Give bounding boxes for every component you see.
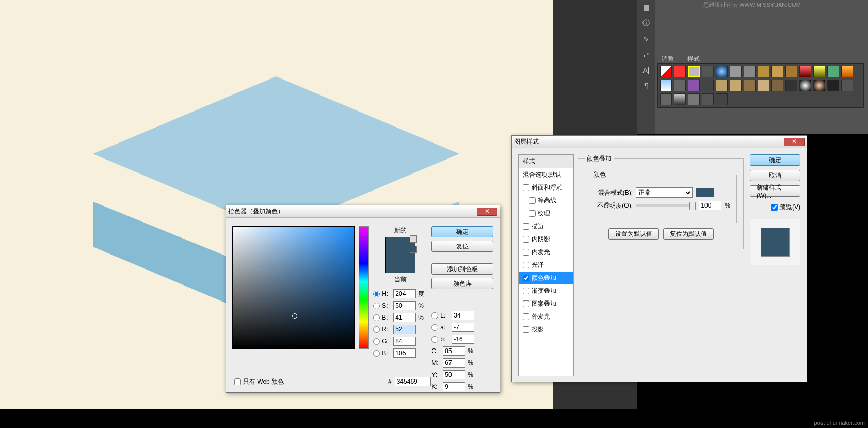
preview-column: 新的 当前 H:度 S:% B:% R: G: B: (373, 226, 427, 391)
panels-dock: ▤ ⓘ ✎ ⇄ A| ¶ 调整 样式 (637, 0, 868, 134)
panel-icon-strip: ▤ ⓘ ✎ ⇄ A| ¶ (637, 0, 655, 134)
info-icon[interactable]: ⓘ (642, 19, 650, 28)
inner-glow-row[interactable]: 内发光 (519, 246, 573, 259)
brush-icon[interactable]: ✎ (643, 35, 649, 43)
watermark: post of uimaker.com (814, 420, 865, 426)
contour-row[interactable]: 等高线 (519, 194, 573, 207)
color-overlay-row[interactable]: 颜色叠加 (519, 272, 573, 284)
hex-row: # (388, 377, 431, 386)
set-default-button[interactable]: 设置为默认值 (608, 228, 659, 240)
close-icon[interactable]: ✕ (784, 138, 805, 146)
lb-radio[interactable] (431, 336, 438, 343)
overlay-color-swatch[interactable] (696, 188, 714, 197)
a-radio[interactable] (431, 324, 438, 331)
l-radio[interactable] (431, 312, 438, 319)
web-only-checkbox[interactable] (234, 378, 241, 385)
blend-mode-label: 混合模式(B): (591, 188, 633, 197)
color-lib-button[interactable]: 颜色库 (431, 278, 493, 289)
histogram-icon[interactable]: ▤ (643, 3, 650, 11)
color-overlay-group: 颜色叠加 颜色 混合模式(B): 正常 不透明度(O): % (578, 154, 744, 249)
gradient-overlay-row[interactable]: 渐变叠加 (519, 284, 573, 297)
add-swatch-button[interactable]: 添加到色板 (431, 263, 493, 275)
blend-options-row[interactable]: 混合选项:默认 (519, 168, 573, 181)
cancel-button[interactable]: 取消 (750, 170, 800, 181)
l-input[interactable] (452, 311, 474, 320)
list-header: 样式 (519, 155, 573, 168)
h-input[interactable] (393, 289, 416, 298)
titlebar[interactable]: 拾色器（叠加颜色） ✕ (226, 205, 500, 218)
blend-mode-select[interactable]: 正常 (636, 187, 693, 198)
s-radio[interactable] (373, 303, 380, 309)
m-input[interactable] (443, 358, 465, 368)
bv-input[interactable] (393, 313, 416, 322)
reset-default-button[interactable]: 复位为默认值 (663, 228, 714, 240)
cube-icon[interactable] (410, 235, 417, 243)
y-input[interactable] (443, 370, 465, 379)
ok-button[interactable]: 确定 (431, 226, 493, 237)
h-radio[interactable] (373, 291, 380, 297)
swap-icon[interactable]: ⇄ (643, 51, 649, 59)
color-field[interactable] (232, 226, 355, 349)
hsb-rgb-fields: H:度 S:% B:% R: G: B: (373, 289, 427, 358)
new-style-button[interactable]: 新建样式(W)... (750, 185, 800, 197)
nearest-websafe-icon[interactable] (410, 246, 417, 253)
layer-style-dialog: 图层样式 ✕ 样式 混合选项:默认 斜面和浮雕 等高线 纹理 描边 内阴影 内发… (511, 135, 807, 382)
reset-button[interactable]: 复位 (431, 241, 493, 252)
watermark2: 思维设计论坛 WWW.MISSYUAN.COM (703, 1, 801, 9)
k-input[interactable] (443, 382, 465, 391)
effects-list: 样式 混合选项:默认 斜面和浮雕 等高线 纹理 描边 内阴影 内发光 光泽 颜色… (518, 154, 574, 376)
style-none[interactable] (660, 66, 672, 77)
settings-pane: 颜色叠加 颜色 混合模式(B): 正常 不透明度(O): % (574, 148, 748, 383)
color-fieldset: 颜色 混合模式(B): 正常 不透明度(O): % (585, 170, 737, 223)
satin-row[interactable]: 光泽 (519, 259, 573, 272)
type-icon[interactable]: A| (643, 66, 650, 74)
bc-input[interactable] (393, 348, 416, 358)
close-icon[interactable]: ✕ (477, 208, 497, 216)
preview-swatch (761, 228, 790, 257)
color-picker-dialog: 拾色器（叠加颜色） ✕ 新的 当前 H:度 S:% B:% R: G: (226, 205, 500, 393)
bevel-row[interactable]: 斜面和浮雕 (519, 181, 573, 194)
opacity-input[interactable] (699, 201, 721, 210)
lab-cmyk-fields: L: a: b: C:% M:% Y:% K:% (431, 311, 493, 391)
hex-input[interactable] (395, 377, 431, 386)
color-cursor[interactable] (292, 313, 297, 319)
r-input[interactable] (393, 325, 416, 334)
s-input[interactable] (393, 301, 416, 310)
dialog-title: 图层样式 (514, 137, 784, 146)
opacity-label: 不透明度(O): (591, 201, 633, 210)
r-radio[interactable] (373, 326, 380, 333)
dialog-title: 拾色器（叠加颜色） (228, 207, 477, 216)
inner-shadow-row[interactable]: 内阴影 (519, 233, 573, 246)
g-radio[interactable] (373, 338, 380, 345)
paragraph-icon[interactable]: ¶ (644, 82, 648, 90)
a-input[interactable] (452, 323, 474, 332)
ok-button[interactable]: 确定 (750, 154, 800, 166)
current-color (386, 255, 415, 273)
hue-slider[interactable] (359, 226, 369, 349)
lb-input[interactable] (452, 335, 474, 344)
dialog-actions: 确定 取消 新建样式(W)... 预览(V) (748, 148, 807, 383)
pattern-overlay-row[interactable]: 图案叠加 (519, 297, 573, 310)
texture-row[interactable]: 纹理 (519, 207, 573, 220)
preview-box (750, 219, 800, 265)
stroke-row[interactable]: 描边 (519, 220, 573, 233)
g-input[interactable] (393, 337, 416, 346)
outer-glow-row[interactable]: 外发光 (519, 310, 573, 323)
opacity-slider[interactable] (636, 204, 696, 207)
web-only-row: 只有 Web 颜色 (234, 377, 284, 386)
b-radio[interactable] (373, 314, 380, 321)
preview-checkbox[interactable] (771, 204, 778, 211)
drop-shadow-row[interactable]: 投影 (519, 323, 573, 336)
titlebar[interactable]: 图层样式 ✕ (512, 136, 807, 148)
picker-actions: 确定 复位 添加到色板 颜色库 L: a: b: C:% M:% Y:% K:% (431, 226, 493, 391)
styles-grid[interactable] (657, 63, 864, 108)
bc-radio[interactable] (373, 350, 380, 357)
c-input[interactable] (443, 346, 465, 356)
